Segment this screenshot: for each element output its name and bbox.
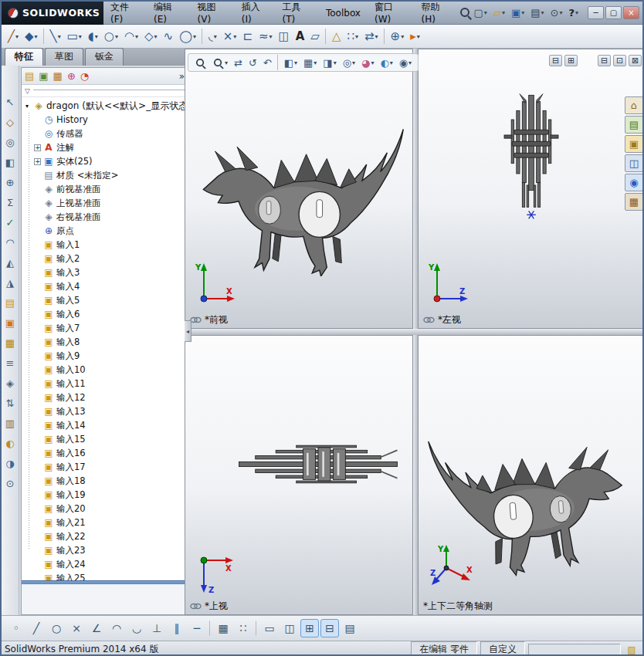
view-settings-button[interactable]: ◉ ▾ — [397, 55, 414, 70]
check-tool[interactable]: ✓ — [2, 215, 19, 229]
mass-properties-tool[interactable]: Σ — [2, 195, 19, 209]
reference-geometry-tool[interactable]: ◈ — [2, 376, 19, 390]
library-feature-tool[interactable]: ▣ — [2, 316, 19, 330]
ellipse-button[interactable]: ◯ ▾ — [177, 27, 198, 46]
appearance-tool[interactable]: ◐ — [2, 436, 19, 450]
close-document-button[interactable]: ⊠ — [629, 55, 642, 66]
move-entities-button[interactable]: ⇄ ▾ — [362, 27, 381, 46]
tree-item-import-20[interactable]: ▣ 输入20 — [22, 502, 188, 516]
tree-item-import-1[interactable]: ▣ 输入1 — [22, 238, 188, 252]
tree-item-import-24[interactable]: ▣ 输入24 — [22, 557, 188, 571]
sketch-fillet-button[interactable]: ◟ ▾ — [206, 27, 219, 46]
plane-button[interactable]: ▱ — [308, 27, 322, 46]
parallel-snap-button[interactable]: ∥ — [168, 619, 186, 637]
instant3d-tool[interactable]: ⇅ — [2, 396, 19, 410]
previous-view-button[interactable]: ↶ — [261, 55, 274, 70]
tree-item-import-15[interactable]: ▣ 输入15 — [22, 432, 188, 446]
rotate-view-button[interactable]: ↺ — [246, 55, 259, 70]
options-button[interactable]: ⊙ ▾ — [548, 6, 565, 19]
panel-collapse-button[interactable]: ◂ — [185, 320, 192, 342]
material-tool[interactable]: ▥ — [2, 416, 19, 430]
viewport-horizontal-divider[interactable] — [185, 329, 644, 335]
circle-snap-button[interactable]: ○ — [47, 619, 66, 637]
sketch-tool[interactable]: ◇ — [2, 115, 19, 129]
section-view-tool[interactable]: ◧ — [2, 155, 19, 169]
tree-item-sensors[interactable]: ◎ 传感器 — [22, 127, 188, 140]
arc-snap-button[interactable]: ◠ — [107, 619, 126, 637]
menu-toolbox[interactable]: Toolbox — [319, 2, 368, 24]
tree-item-import-16[interactable]: ▣ 输入16 — [22, 446, 188, 460]
tree-item-annotations[interactable]: + A 注解 — [22, 140, 188, 154]
snap-options-button[interactable]: ∷ — [234, 619, 253, 637]
circle-button[interactable]: ○ ▾ — [102, 27, 120, 46]
menu-file[interactable]: 文件(F) — [103, 2, 147, 24]
tree-item-import-14[interactable]: ▣ 输入14 — [22, 418, 188, 432]
line-snap-button[interactable]: ╱ — [27, 619, 46, 637]
single-view-button[interactable]: ▭ — [260, 619, 279, 637]
smart-dimension-button[interactable]: ◆ ▾ — [22, 27, 40, 46]
curvature-tool[interactable]: ◠ — [2, 235, 19, 249]
maximize-button[interactable]: ▢ — [605, 6, 622, 19]
zoom-fit-button[interactable] — [192, 55, 208, 70]
pattern-tool[interactable]: ▦ — [2, 336, 19, 350]
pan-button[interactable]: ⇄ — [232, 55, 245, 70]
featuremanager-tab[interactable]: ▤ — [25, 71, 34, 81]
split-view-vertical-button[interactable]: ⊞ — [564, 55, 578, 66]
repair-sketch-button[interactable]: △ — [330, 27, 344, 46]
appearances-tab[interactable]: ◉ — [625, 174, 643, 191]
tree-item-history[interactable]: ◷ History — [22, 113, 188, 127]
linear-pattern-button[interactable]: ∷ ▾ — [344, 27, 361, 46]
filter-icon[interactable]: ▽ — [25, 87, 30, 95]
quick-snaps-button[interactable]: ⊕ ▾ — [388, 27, 407, 46]
status-tips-icon[interactable]: ▨ — [624, 644, 639, 655]
view-orientation-button[interactable]: ▦ ▾ — [301, 55, 319, 70]
tree-item-import-18[interactable]: ▣ 输入18 — [22, 474, 188, 488]
perpendicular-snap-button[interactable]: ⊥ — [147, 619, 166, 637]
tree-item-material[interactable]: ▤ 材质 <未指定> — [22, 168, 188, 182]
view-selector-button[interactable]: ▤ — [341, 619, 359, 637]
tree-item-import-21[interactable]: ▣ 输入21 — [22, 516, 188, 529]
zoom-fit-tool[interactable]: ◎ — [2, 135, 19, 149]
offset-entities-button[interactable]: ≈ ▾ — [256, 27, 275, 46]
restore-document-button[interactable]: ⊡ — [613, 55, 626, 66]
polygon-button[interactable]: ◇ ▾ — [142, 27, 160, 46]
close-button[interactable]: × — [623, 6, 639, 19]
print-button[interactable]: ▤ ▾ — [528, 6, 546, 19]
menu-view[interactable]: 视图(V) — [191, 2, 235, 24]
edit-appearance-button[interactable]: ◕ ▾ — [359, 55, 376, 70]
menu-tools[interactable]: 工具(T) — [276, 2, 319, 24]
angle-snap-button[interactable]: ∠ — [87, 619, 106, 637]
tree-item-import-23[interactable]: ▣ 输入23 — [22, 543, 188, 557]
spline-button[interactable]: ∿ — [161, 27, 176, 46]
two-view-button[interactable]: ◫ — [280, 619, 299, 637]
dragon-model-left-view[interactable] — [493, 93, 570, 221]
four-view-button[interactable]: ⊞ — [300, 619, 319, 637]
minimize-button[interactable]: ─ — [588, 6, 604, 19]
configurationmanager-tab[interactable]: ▦ — [53, 71, 63, 81]
select-tool[interactable]: ↖ — [2, 95, 19, 109]
viewport-left[interactable]: Y Z *左视 — [418, 49, 644, 329]
section-view-button[interactable]: ◧ ▾ — [282, 55, 300, 70]
dragon-model-front-view[interactable] — [193, 120, 408, 276]
slot-button[interactable]: ◖ ▾ — [86, 27, 100, 46]
zebra-stripes-tool[interactable]: ◭ — [2, 255, 19, 269]
zoom-area-button[interactable]: ▾ — [210, 55, 230, 70]
root-expander[interactable]: ▾ — [23, 103, 31, 110]
sketch-text-button[interactable]: A — [293, 27, 307, 46]
tab-sheet-metal[interactable]: 钣金 — [85, 48, 124, 66]
displaymanager-tab[interactable]: ◔ — [80, 71, 89, 81]
horizontal-snap-button[interactable]: ─ — [188, 619, 206, 637]
tree-item-import-12[interactable]: ▣ 输入12 — [22, 391, 188, 404]
tree-item-import-3[interactable]: ▣ 输入3 — [22, 265, 188, 279]
sketch-button[interactable]: ╱ ▾ — [5, 27, 21, 46]
convert-entities-button[interactable]: ⊏ — [240, 27, 255, 46]
viewport-isometric[interactable]: Y X Z *上下二等角轴测 — [418, 335, 644, 615]
menu-edit[interactable]: 编辑(E) — [147, 2, 191, 24]
apply-scene-button[interactable]: ◐ ▾ — [378, 55, 395, 70]
line-button[interactable]: ╲ ▾ — [48, 27, 63, 46]
tab-sketch[interactable]: 草图 — [45, 48, 83, 66]
viewport-front[interactable]: Y X *前视 — [185, 49, 413, 329]
design-library-tab[interactable]: ▤ — [625, 116, 643, 134]
measure-tool[interactable]: ⊕ — [2, 175, 19, 189]
tree-item-import-5[interactable]: ▣ 输入5 — [22, 293, 188, 307]
